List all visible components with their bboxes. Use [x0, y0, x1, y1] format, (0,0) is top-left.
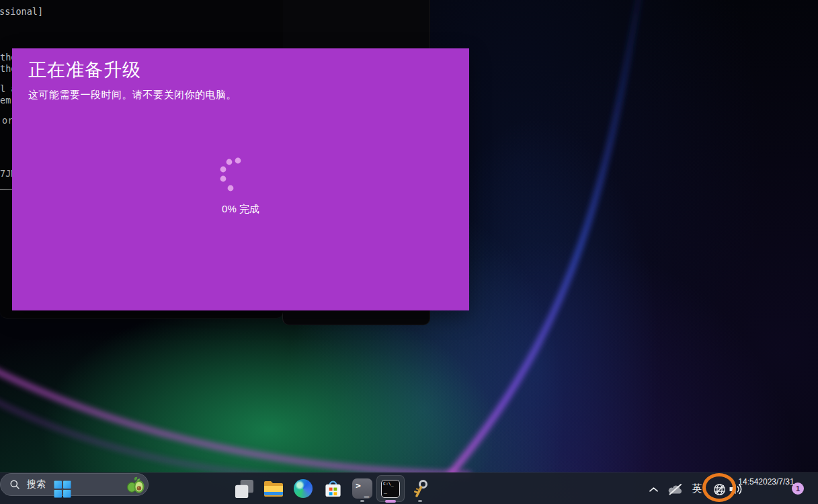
loading-spinner-icon: [212, 152, 253, 199]
activation-tool-button[interactable]: [408, 476, 432, 501]
chevron-up-icon: [649, 486, 659, 493]
task-view-button[interactable]: [232, 476, 256, 501]
terminal-icon: > _: [352, 478, 372, 499]
activation-tool-running-indicator: [418, 500, 422, 502]
terminal-icon-underscore: _: [364, 488, 369, 497]
upgrade-progress-text: 0% 完成: [12, 203, 469, 216]
taskbar: 搜索: [0, 472, 818, 504]
clock-time: 14:54: [738, 477, 758, 487]
command-prompt-button-active[interactable]: C:\_ _: [376, 475, 405, 502]
terminal-text-fragment: em: [0, 95, 11, 106]
terminal-title-fragment: ssional]: [0, 6, 43, 17]
avocado-icon: [126, 476, 145, 494]
command-prompt-icon: C:\_ _: [381, 480, 400, 498]
windows-logo-icon: [54, 480, 71, 498]
tray-chevron-button[interactable]: [645, 480, 661, 497]
command-prompt-active-indicator: [385, 500, 396, 503]
terminal-running-indicator: [360, 500, 364, 502]
cmd-icon-text: C:\_: [383, 481, 394, 487]
notification-badge[interactable]: 1: [792, 482, 804, 495]
start-button[interactable]: [51, 478, 74, 500]
search-input[interactable]: 搜索: [0, 473, 149, 496]
globe-no-internet-icon: [712, 482, 727, 497]
keys-icon: [411, 478, 430, 499]
search-placeholder: 搜索: [27, 478, 126, 491]
onedrive-status-button[interactable]: [665, 480, 686, 497]
windows-terminal-button[interactable]: > _: [350, 476, 374, 501]
clock-date: 2023/7/31: [758, 477, 794, 487]
upgrade-dialog-subtitle: 这可能需要一段时间。请不要关闭你的电脑。: [28, 89, 237, 101]
ime-indicator[interactable]: 英: [688, 479, 706, 499]
search-icon: [9, 479, 20, 490]
folder-icon: [263, 480, 284, 498]
clock[interactable]: 14:54 2023/7/31: [743, 477, 789, 487]
network-status-button[interactable]: [710, 480, 729, 499]
terminal-text-fragment: or: [2, 115, 13, 126]
cloud-offline-icon: [667, 482, 684, 496]
upgrade-dialog[interactable]: 正在准备升级 这可能需要一段时间。请不要关闭你的电脑。 0% 完成: [12, 48, 469, 310]
task-view-icon: [235, 479, 254, 499]
edge-browser-button[interactable]: [291, 476, 315, 501]
terminal-icon-chevron: >: [356, 480, 361, 491]
microsoft-store-button[interactable]: [321, 476, 345, 501]
file-explorer-button[interactable]: [261, 476, 286, 501]
cmd-icon-cursor: _: [384, 488, 387, 494]
edge-icon: [294, 479, 313, 498]
upgrade-dialog-title: 正在准备升级: [28, 58, 141, 82]
store-icon: [323, 479, 343, 499]
